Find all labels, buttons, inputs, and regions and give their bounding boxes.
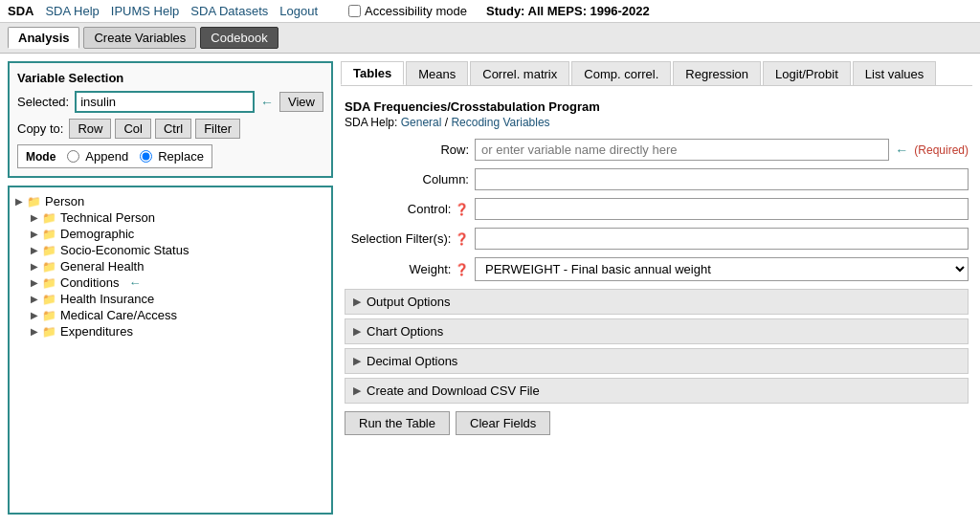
accessibility-toggle[interactable]: Accessibility mode — [348, 4, 467, 18]
sda-help-link[interactable]: SDA Help — [45, 4, 99, 18]
weight-row: Weight: ❓ PERWEIGHT - Final basic annual… — [345, 257, 969, 281]
tree-item-socioeconomic[interactable]: ▶ 📁 Socio-Economic Status — [31, 242, 325, 258]
tree-arrow-icon: ▶ — [31, 326, 38, 337]
folder-icon: 📁 — [42, 293, 56, 306]
tree-label-expenditures: Expenditures — [60, 324, 133, 339]
tree-label-conditions: Conditions — [60, 275, 119, 290]
top-navigation: SDA SDA Help IPUMS Help SDA Datasets Log… — [0, 0, 980, 23]
tree-label-demographic: Demographic — [60, 227, 134, 241]
csv-header[interactable]: ▶ Create and Download CSV File — [345, 379, 968, 403]
column-label: Column: — [345, 172, 469, 186]
tree-item-demographic[interactable]: ▶ 📁 Demographic — [31, 226, 325, 242]
decimal-options-section: ▶ Decimal Options — [345, 348, 969, 374]
selected-input[interactable] — [75, 91, 255, 113]
codebook-btn[interactable]: Codebook — [200, 27, 278, 49]
csv-label: Create and Download CSV File — [367, 384, 540, 398]
chart-options-arrow-icon: ▶ — [353, 325, 361, 338]
row-label: Row: — [345, 142, 469, 157]
sda-datasets-link[interactable]: SDA Datasets — [190, 4, 268, 18]
tree-arrow-icon: ▶ — [31, 245, 38, 255]
output-options-header[interactable]: ▶ Output Options — [345, 290, 968, 314]
tree-arrow-icon: ▶ — [31, 310, 38, 320]
tree-item-expenditures[interactable]: ▶ 📁 Expenditures — [31, 323, 325, 340]
folder-icon: 📁 — [42, 211, 56, 225]
clear-fields-button[interactable]: Clear Fields — [456, 411, 550, 435]
main-layout: Variable Selection Selected: ← View Copy… — [0, 54, 980, 522]
decimal-options-arrow-icon: ▶ — [353, 355, 361, 367]
row-copy-btn[interactable]: Row — [69, 119, 111, 139]
chart-options-section: ▶ Chart Options — [345, 318, 969, 344]
create-variables-tab[interactable]: Create Variables — [83, 27, 196, 49]
mode-label: Mode — [26, 150, 56, 164]
csv-section: ▶ Create and Download CSV File — [345, 378, 969, 404]
selected-row: Selected: ← View — [17, 91, 323, 113]
tree-item-general-health[interactable]: ▶ 📁 General Health — [31, 258, 325, 274]
form-subtitle: SDA Help: General / Recoding Variables — [345, 116, 969, 129]
tree-item-person[interactable]: ▶ 📁 Person — [15, 193, 325, 209]
tab-means[interactable]: Means — [406, 61, 468, 85]
row-input[interactable] — [475, 139, 889, 161]
left-panel: Variable Selection Selected: ← View Copy… — [8, 61, 333, 515]
ipums-help-link[interactable]: IPUMS Help — [111, 4, 180, 18]
variable-selection-title: Variable Selection — [17, 71, 323, 85]
selected-label: Selected: — [17, 95, 69, 109]
replace-label: Replace — [158, 149, 204, 164]
replace-radio-group[interactable]: Replace — [140, 149, 204, 164]
view-button[interactable]: View — [279, 92, 323, 112]
accessibility-checkbox[interactable] — [348, 5, 361, 17]
tree-item-technical-person[interactable]: ▶ 📁 Technical Person — [31, 209, 325, 226]
append-radio[interactable] — [67, 150, 79, 163]
tab-correl-matrix[interactable]: Correl. matrix — [470, 61, 569, 85]
study-info: Study: All MEPS: 1996-2022 — [486, 4, 650, 18]
action-buttons: Run the Table Clear Fields — [345, 411, 969, 435]
form-area: SDA Frequencies/Crosstabulation Program … — [341, 92, 972, 443]
tab-comp-correl[interactable]: Comp. correl. — [571, 61, 671, 85]
tab-tables[interactable]: Tables — [341, 61, 404, 85]
variable-selection-panel: Variable Selection Selected: ← View Copy… — [8, 61, 333, 178]
selection-filter-input[interactable] — [475, 228, 969, 250]
tree-label-person: Person — [45, 194, 84, 208]
tree-item-conditions[interactable]: ▶ 📁 Conditions ← — [31, 274, 325, 291]
required-label: (Required) — [914, 143, 969, 157]
replace-radio[interactable] — [140, 150, 152, 163]
filter-copy-btn[interactable]: Filter — [195, 119, 240, 139]
weight-select[interactable]: PERWEIGHT - Final basic annual weight — [475, 257, 969, 281]
tree-label-medical-care: Medical Care/Access — [60, 308, 177, 322]
tree-label-socioeconomic: Socio-Economic Status — [60, 243, 189, 257]
append-radio-group[interactable]: Append — [67, 149, 128, 164]
control-input[interactable] — [475, 198, 969, 220]
tab-logit-probit[interactable]: Logit/Probit — [763, 61, 851, 85]
chart-options-header[interactable]: ▶ Chart Options — [345, 319, 968, 343]
program-title: SDA Frequencies/Crosstabulation Program — [345, 99, 969, 114]
copy-to-row: Copy to: Row Col Ctrl Filter — [17, 119, 323, 139]
mode-box: Mode Append Replace — [17, 144, 212, 168]
analysis-tab[interactable]: Analysis — [8, 27, 79, 49]
general-link[interactable]: General — [401, 116, 442, 129]
column-field-row: Column: — [345, 168, 969, 190]
logout-link[interactable]: Logout — [279, 4, 318, 18]
second-bar: Analysis Create Variables Codebook — [0, 23, 980, 54]
tree-arrow-icon: ▶ — [31, 229, 38, 239]
tab-regression[interactable]: Regression — [673, 61, 761, 85]
accessibility-label: Accessibility mode — [365, 4, 467, 18]
ctrl-copy-btn[interactable]: Ctrl — [155, 119, 191, 139]
right-panel: Tables Means Correl. matrix Comp. correl… — [341, 61, 972, 515]
folder-icon: 📁 — [42, 309, 56, 322]
chart-options-label: Chart Options — [367, 324, 443, 339]
run-table-button[interactable]: Run the Table — [345, 411, 450, 435]
col-copy-btn[interactable]: Col — [115, 119, 151, 139]
output-options-section: ▶ Output Options — [345, 289, 969, 315]
selection-filter-row: Selection Filter(s): ❓ — [345, 228, 969, 250]
control-help-icon[interactable]: ❓ — [455, 203, 469, 216]
tab-list-values[interactable]: List values — [853, 61, 936, 85]
recoding-link[interactable]: Recoding Variables — [451, 116, 549, 129]
filter-help-icon[interactable]: ❓ — [455, 232, 469, 246]
tree-item-medical-care[interactable]: ▶ 📁 Medical Care/Access — [31, 307, 325, 323]
column-input[interactable] — [475, 168, 969, 190]
main-tabs-row: Tables Means Correl. matrix Comp. correl… — [341, 61, 972, 86]
weight-help-icon[interactable]: ❓ — [455, 263, 469, 276]
tree-label-general-health: General Health — [60, 259, 144, 274]
tree-item-health-insurance[interactable]: ▶ 📁 Health Insurance — [31, 291, 325, 307]
weight-label: Weight: ❓ — [345, 262, 469, 276]
decimal-options-header[interactable]: ▶ Decimal Options — [345, 349, 968, 373]
